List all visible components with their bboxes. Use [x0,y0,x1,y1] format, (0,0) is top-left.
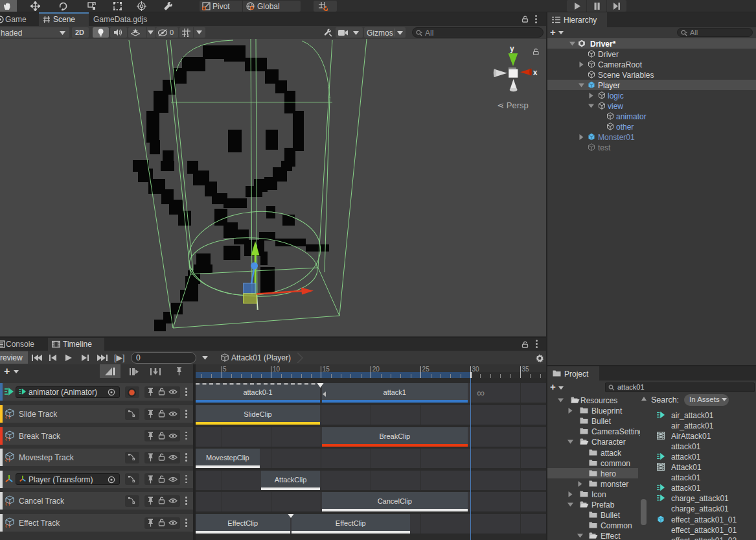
svg-text:x: x [533,68,538,77]
svg-text:{}: {} [5,414,11,419]
svg-text:{}: {} [5,500,11,506]
svg-text:⋖ Persp: ⋖ Persp [497,100,528,110]
svg-text:{}: {} [5,457,11,462]
svg-text:{}: {} [5,436,11,441]
svg-text:y: y [510,44,514,53]
svg-text:{}: {} [5,522,11,528]
